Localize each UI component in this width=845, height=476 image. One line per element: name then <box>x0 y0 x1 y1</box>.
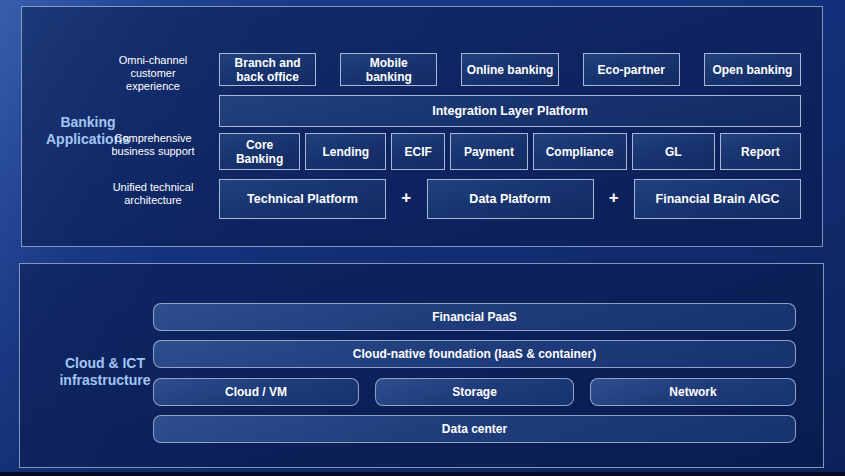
box-mobile-banking: Mobile banking <box>340 53 437 86</box>
box-data-platform: Data Platform <box>427 179 594 219</box>
box-technical-platform: Technical Platform <box>219 179 386 219</box>
bottom-edge-strip <box>0 472 845 476</box>
row-label-omni-channel: Omni-channel customer experience <box>92 54 214 93</box>
box-gl: GL <box>632 133 715 170</box>
plus-separator: + <box>609 188 619 210</box>
box-online-banking: Online banking <box>461 53 558 86</box>
cloud-ict-panel: Cloud & ICT infrastructure Financial Paa… <box>19 263 824 468</box>
box-lending: Lending <box>305 133 386 170</box>
box-network: Network <box>590 378 796 406</box>
technical-architecture-box-row: Technical Platform + Data Platform + Fin… <box>219 179 801 219</box>
row-label-business-support: Comprehensive business support <box>92 132 214 158</box>
box-cloud-native-foundation: Cloud-native foundation (IaaS & containe… <box>153 340 796 368</box>
box-report: Report <box>720 133 801 170</box>
box-cloud-vm: Cloud / VM <box>153 378 359 406</box>
omni-channel-box-row: Branch and back office Mobile banking On… <box>219 53 801 86</box>
box-core-banking: Core Banking <box>219 133 300 170</box>
box-open-banking: Open banking <box>704 53 801 86</box>
box-branch-and-back-office: Branch and back office <box>219 53 316 86</box>
architecture-diagram-canvas: Banking Applications Omni-channel custom… <box>0 0 845 476</box>
box-data-center: Data center <box>153 415 796 443</box>
row-label-unified-technical: Unified technical architecture <box>92 181 214 207</box>
box-integration-layer-platform: Integration Layer Platform <box>219 95 801 127</box>
box-financial-paas: Financial PaaS <box>153 303 796 331</box>
business-support-box-row: Core Banking Lending ECIF Payment Compli… <box>219 133 801 170</box>
box-storage: Storage <box>375 378 574 406</box>
banking-applications-panel: Banking Applications Omni-channel custom… <box>21 6 823 247</box>
section-label-cloud-ict: Cloud & ICT infrastructure <box>40 355 170 389</box>
box-compliance: Compliance <box>533 133 627 170</box>
box-eco-partner: Eco-partner <box>583 53 680 86</box>
box-ecif: ECIF <box>391 133 445 170</box>
box-financial-brain-aigc: Financial Brain AIGC <box>634 179 801 219</box>
plus-separator: + <box>401 188 411 210</box>
infrastructure-box-row: Cloud / VM Storage Network <box>153 378 796 406</box>
box-payment: Payment <box>450 133 528 170</box>
